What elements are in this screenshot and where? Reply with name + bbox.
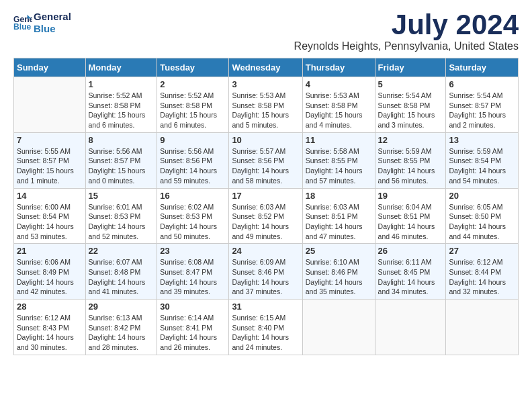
- day-cell: 1Sunrise: 5:52 AMSunset: 8:58 PMDaylight…: [85, 77, 157, 133]
- header-cell-wednesday: Wednesday: [229, 58, 302, 77]
- day-cell: 24Sunrise: 6:09 AMSunset: 8:46 PMDayligh…: [229, 244, 302, 300]
- day-cell: [375, 300, 446, 355]
- day-info: Sunrise: 6:12 AMSunset: 8:43 PMDaylight:…: [17, 313, 83, 353]
- day-number: 4: [306, 79, 372, 89]
- day-cell: 12Sunrise: 5:59 AMSunset: 8:55 PMDayligh…: [375, 132, 446, 188]
- header-cell-thursday: Thursday: [302, 58, 375, 77]
- day-number: 20: [449, 191, 515, 201]
- day-number: 22: [89, 246, 154, 256]
- day-number: 27: [449, 246, 515, 256]
- day-cell: 31Sunrise: 6:15 AMSunset: 8:40 PMDayligh…: [229, 300, 302, 355]
- day-cell: 29Sunrise: 6:13 AMSunset: 8:42 PMDayligh…: [85, 300, 157, 355]
- header-cell-monday: Monday: [85, 58, 157, 77]
- day-cell: 27Sunrise: 6:12 AMSunset: 8:44 PMDayligh…: [446, 244, 519, 300]
- day-cell: 16Sunrise: 6:02 AMSunset: 8:53 PMDayligh…: [157, 188, 229, 244]
- day-number: 21: [17, 246, 83, 256]
- day-number: 8: [89, 135, 154, 145]
- day-info: Sunrise: 5:53 AMSunset: 8:58 PMDaylight:…: [232, 91, 299, 130]
- day-cell: 2Sunrise: 5:52 AMSunset: 8:58 PMDaylight…: [157, 77, 229, 133]
- day-number: 7: [17, 135, 83, 145]
- header-cell-sunday: Sunday: [14, 58, 86, 77]
- day-cell: 13Sunrise: 5:59 AMSunset: 8:54 PMDayligh…: [446, 132, 519, 188]
- day-cell: 26Sunrise: 6:11 AMSunset: 8:45 PMDayligh…: [375, 244, 446, 300]
- month-title: July 2024: [294, 11, 519, 39]
- day-number: 29: [89, 302, 154, 312]
- location-title: Reynolds Heights, Pennsylvania, United S…: [294, 40, 519, 52]
- day-cell: 3Sunrise: 5:53 AMSunset: 8:58 PMDaylight…: [229, 77, 302, 133]
- day-info: Sunrise: 5:54 AMSunset: 8:57 PMDaylight:…: [449, 91, 515, 130]
- day-number: 26: [378, 246, 443, 256]
- day-cell: 19Sunrise: 6:04 AMSunset: 8:51 PMDayligh…: [375, 188, 446, 244]
- day-cell: 28Sunrise: 6:12 AMSunset: 8:43 PMDayligh…: [14, 300, 86, 355]
- day-info: Sunrise: 6:12 AMSunset: 8:44 PMDaylight:…: [449, 257, 515, 297]
- day-cell: 6Sunrise: 5:54 AMSunset: 8:57 PMDaylight…: [446, 77, 519, 133]
- day-info: Sunrise: 6:00 AMSunset: 8:54 PMDaylight:…: [17, 202, 83, 242]
- day-cell: 4Sunrise: 5:53 AMSunset: 8:58 PMDaylight…: [302, 77, 375, 133]
- day-info: Sunrise: 5:52 AMSunset: 8:58 PMDaylight:…: [160, 91, 226, 130]
- svg-text:Blue: Blue: [13, 22, 32, 32]
- week-row-4: 21Sunrise: 6:06 AMSunset: 8:49 PMDayligh…: [14, 244, 519, 300]
- day-cell: 5Sunrise: 5:54 AMSunset: 8:58 PMDaylight…: [375, 77, 446, 133]
- day-info: Sunrise: 5:56 AMSunset: 8:56 PMDaylight:…: [160, 146, 226, 186]
- day-cell: 11Sunrise: 5:58 AMSunset: 8:55 PMDayligh…: [302, 132, 375, 188]
- day-info: Sunrise: 6:13 AMSunset: 8:42 PMDaylight:…: [89, 313, 154, 353]
- day-cell: 22Sunrise: 6:07 AMSunset: 8:48 PMDayligh…: [85, 244, 157, 300]
- day-cell: 30Sunrise: 6:14 AMSunset: 8:41 PMDayligh…: [157, 300, 229, 355]
- header-row: SundayMondayTuesdayWednesdayThursdayFrid…: [14, 58, 519, 77]
- day-number: 23: [160, 246, 226, 256]
- header-cell-friday: Friday: [375, 58, 446, 77]
- day-number: 9: [160, 135, 226, 145]
- day-info: Sunrise: 6:08 AMSunset: 8:47 PMDaylight:…: [160, 257, 226, 297]
- day-info: Sunrise: 6:05 AMSunset: 8:50 PMDaylight:…: [449, 202, 515, 242]
- day-info: Sunrise: 5:52 AMSunset: 8:58 PMDaylight:…: [89, 91, 154, 130]
- logo-blue: Blue: [34, 23, 71, 35]
- day-info: Sunrise: 6:03 AMSunset: 8:51 PMDaylight:…: [306, 202, 372, 242]
- day-number: 24: [232, 246, 299, 256]
- title-area: July 2024 Reynolds Heights, Pennsylvania…: [294, 11, 519, 52]
- day-info: Sunrise: 5:56 AMSunset: 8:57 PMDaylight:…: [89, 146, 154, 186]
- day-cell: 15Sunrise: 6:01 AMSunset: 8:53 PMDayligh…: [85, 188, 157, 244]
- week-row-1: 1Sunrise: 5:52 AMSunset: 8:58 PMDaylight…: [14, 77, 519, 133]
- day-info: Sunrise: 5:53 AMSunset: 8:58 PMDaylight:…: [306, 91, 372, 130]
- logo: General Blue General Blue: [13, 11, 71, 35]
- day-number: 6: [449, 79, 515, 89]
- day-number: 16: [160, 191, 226, 201]
- day-info: Sunrise: 6:06 AMSunset: 8:49 PMDaylight:…: [17, 257, 83, 297]
- day-number: 31: [232, 302, 299, 312]
- day-number: 11: [306, 135, 372, 145]
- header-cell-saturday: Saturday: [446, 58, 519, 77]
- day-info: Sunrise: 5:54 AMSunset: 8:58 PMDaylight:…: [378, 91, 443, 130]
- day-info: Sunrise: 6:11 AMSunset: 8:45 PMDaylight:…: [378, 257, 443, 297]
- day-number: 13: [449, 135, 515, 145]
- day-cell: 18Sunrise: 6:03 AMSunset: 8:51 PMDayligh…: [302, 188, 375, 244]
- day-number: 10: [232, 135, 299, 145]
- day-info: Sunrise: 5:59 AMSunset: 8:55 PMDaylight:…: [378, 146, 443, 186]
- day-info: Sunrise: 5:59 AMSunset: 8:54 PMDaylight:…: [449, 146, 515, 186]
- day-info: Sunrise: 5:58 AMSunset: 8:55 PMDaylight:…: [306, 146, 372, 186]
- day-info: Sunrise: 6:07 AMSunset: 8:48 PMDaylight:…: [89, 257, 154, 297]
- day-cell: 25Sunrise: 6:10 AMSunset: 8:46 PMDayligh…: [302, 244, 375, 300]
- day-number: 18: [306, 191, 372, 201]
- day-number: 2: [160, 79, 226, 89]
- day-number: 3: [232, 79, 299, 89]
- day-cell: 8Sunrise: 5:56 AMSunset: 8:57 PMDaylight…: [85, 132, 157, 188]
- day-info: Sunrise: 6:15 AMSunset: 8:40 PMDaylight:…: [232, 313, 299, 353]
- day-cell: 21Sunrise: 6:06 AMSunset: 8:49 PMDayligh…: [14, 244, 86, 300]
- calendar-table: SundayMondayTuesdayWednesdayThursdayFrid…: [13, 58, 519, 355]
- day-info: Sunrise: 6:09 AMSunset: 8:46 PMDaylight:…: [232, 257, 299, 297]
- week-row-2: 7Sunrise: 5:55 AMSunset: 8:57 PMDaylight…: [14, 132, 519, 188]
- day-info: Sunrise: 6:03 AMSunset: 8:52 PMDaylight:…: [232, 202, 299, 242]
- week-row-5: 28Sunrise: 6:12 AMSunset: 8:43 PMDayligh…: [14, 300, 519, 355]
- day-number: 14: [17, 191, 83, 201]
- day-info: Sunrise: 6:14 AMSunset: 8:41 PMDaylight:…: [160, 313, 226, 353]
- week-row-3: 14Sunrise: 6:00 AMSunset: 8:54 PMDayligh…: [14, 188, 519, 244]
- day-number: 17: [232, 191, 299, 201]
- day-number: 19: [378, 191, 443, 201]
- header-cell-tuesday: Tuesday: [157, 58, 229, 77]
- day-cell: 14Sunrise: 6:00 AMSunset: 8:54 PMDayligh…: [14, 188, 86, 244]
- day-info: Sunrise: 5:55 AMSunset: 8:57 PMDaylight:…: [17, 146, 83, 186]
- day-info: Sunrise: 6:01 AMSunset: 8:53 PMDaylight:…: [89, 202, 154, 242]
- day-number: 30: [160, 302, 226, 312]
- day-cell: 7Sunrise: 5:55 AMSunset: 8:57 PMDaylight…: [14, 132, 86, 188]
- day-info: Sunrise: 5:57 AMSunset: 8:56 PMDaylight:…: [232, 146, 299, 186]
